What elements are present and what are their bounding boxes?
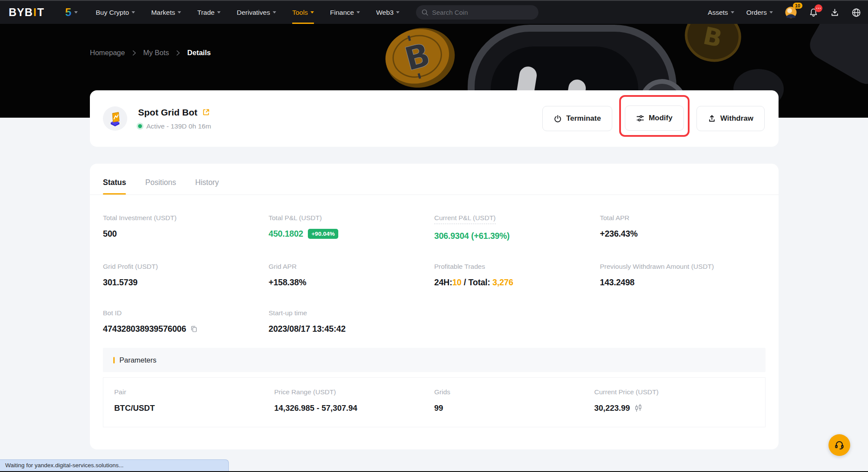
stat-value: 2023/08/17 13:45:42 <box>269 324 435 334</box>
breadcrumb-details: Details <box>187 49 211 57</box>
nav-item-label: Markets <box>151 9 175 17</box>
parameters-title: Parameters <box>119 356 156 364</box>
tab-status[interactable]: Status <box>103 178 126 195</box>
stat-startup-time: Start-up time 2023/08/17 13:45:42 <box>269 309 435 334</box>
stat-label: Grid Profit (USDT) <box>103 263 269 271</box>
bot-runtime-status: Active - 139D 0h 16m <box>146 122 211 130</box>
param-value: 99 <box>434 403 594 413</box>
stat-label: Previously Withdrawn Amount (USDT) <box>600 263 766 271</box>
external-link-icon[interactable] <box>202 108 210 116</box>
chevron-down-icon <box>132 11 135 13</box>
main-menu: Buy Crypto Markets Trade Derivatives Too… <box>96 1 400 24</box>
notifications-button[interactable] <box>809 8 818 17</box>
stat-total-investment: Total Investment (USDT) 500 <box>103 214 269 241</box>
nav-item-label: Finance <box>330 9 354 17</box>
orange-accent-bar <box>113 357 115 363</box>
stat-current-pnl: Current P&L (USDT) 306.9304 (+61.39%) <box>434 214 600 241</box>
param-price-range: Price Range (USDT) 14,326.985 - 57,307.9… <box>274 388 435 413</box>
headset-icon <box>834 439 845 451</box>
stat-total-apr: Total APR +236.43% <box>600 214 766 241</box>
anniversary-5-icon: 5 <box>65 6 71 19</box>
nav-item-web3[interactable]: Web3 <box>376 1 399 24</box>
param-value: 14,326.985 - 57,307.94 <box>274 403 435 413</box>
modify-button[interactable]: Modify <box>625 106 684 131</box>
stat-value: 474328038939576006 <box>103 324 269 334</box>
terminate-button[interactable]: Terminate <box>542 106 612 131</box>
nav-item-finance[interactable]: Finance <box>330 1 360 24</box>
nav-item-markets[interactable]: Markets <box>151 1 181 24</box>
stat-profitable-trades: Profitable Trades 24H: 10 / Total: 3,276 <box>434 263 600 287</box>
pnl-percent-badge: +90.04% <box>308 229 338 239</box>
active-status-dot <box>138 124 142 128</box>
param-label: Pair <box>114 388 274 396</box>
stat-grid-profit: Grid Profit (USDT) 301.5739 <box>103 263 269 287</box>
browser-status-bubble: Waiting for yandex.digital-services.solu… <box>0 459 229 471</box>
tab-history[interactable]: History <box>195 178 219 195</box>
nav-item-derivatives[interactable]: Derivatives <box>237 1 276 24</box>
chevron-down-icon <box>217 11 221 13</box>
coin-search[interactable] <box>416 5 538 20</box>
nav-item-orders[interactable]: Orders <box>746 1 773 24</box>
download-icon <box>830 8 839 17</box>
stat-label: Profitable Trades <box>434 263 600 271</box>
navbar-right: Assets Orders 10 <box>708 1 861 24</box>
stat-previously-withdrawn: Previously Withdrawn Amount (USDT) 143.2… <box>600 263 766 287</box>
copy-bot-id-button[interactable] <box>190 325 198 333</box>
tab-positions[interactable]: Positions <box>145 178 176 195</box>
top-navbar: BYBIT 5 Buy Crypto Markets Trade Derivat… <box>0 1 868 24</box>
stat-grid-apr: Grid APR +158.38% <box>269 263 435 287</box>
chevron-down-icon <box>396 11 399 13</box>
anniversary-5-menu[interactable]: 5 <box>65 6 77 19</box>
chevron-down-icon <box>310 11 314 13</box>
stat-value: 143.2498 <box>600 277 766 287</box>
nav-item-buy-crypto[interactable]: Buy Crypto <box>96 1 135 24</box>
search-input[interactable] <box>432 9 533 16</box>
nav-item-label: Derivatives <box>237 9 270 17</box>
nav-item-assets[interactable]: Assets <box>708 1 734 24</box>
param-label: Current Price (USDT) <box>594 388 755 396</box>
power-icon <box>554 115 562 123</box>
terminate-label: Terminate <box>566 114 601 123</box>
param-grids: Grids 99 <box>434 388 594 413</box>
nav-item-label: Trade <box>197 9 215 17</box>
param-label: Price Range (USDT) <box>274 388 435 396</box>
stat-value: +236.43% <box>600 229 766 239</box>
language-button[interactable] <box>851 8 861 17</box>
avatar-notification-badge: 10 <box>793 3 802 9</box>
param-current-price: Current Price (USDT) 30,223.99 <box>594 388 755 413</box>
logo-text-end: T <box>37 6 44 19</box>
stat-value: 306.9304 (+61.39%) <box>434 231 600 241</box>
nav-item-tools[interactable]: Tools <box>292 1 314 24</box>
candlestick-icon <box>634 403 643 413</box>
stat-label: Grid APR <box>269 263 435 271</box>
chevron-down-icon <box>178 11 181 13</box>
param-label: Grids <box>434 388 594 396</box>
withdraw-button[interactable]: Withdraw <box>696 106 765 131</box>
download-app-button[interactable] <box>830 8 839 17</box>
open-chart-button[interactable] <box>634 403 643 413</box>
breadcrumb-homepage[interactable]: Homepage <box>90 49 125 57</box>
parameters-header: Parameters <box>103 348 766 372</box>
withdraw-label: Withdraw <box>720 114 753 123</box>
bot-id-value: 474328038939576006 <box>103 324 186 334</box>
bybit-logo[interactable]: BYBIT <box>9 6 44 19</box>
customer-support-button[interactable] <box>828 434 850 456</box>
trades-separator: / Total: <box>462 277 492 287</box>
stats-grid: Total Investment (USDT) 500 Total P&L (U… <box>90 195 779 334</box>
stat-label: Bot ID <box>103 309 269 317</box>
breadcrumb-my-bots[interactable]: My Bots <box>143 49 169 57</box>
trades-24h-prefix: 24H: <box>434 277 452 287</box>
nav-item-trade[interactable]: Trade <box>197 1 221 24</box>
logo-accent-letter: I <box>33 6 37 19</box>
bot-title-block: Spot Grid Bot Active - 139D 0h 16m <box>138 107 211 130</box>
account-avatar[interactable]: 10 <box>785 7 797 18</box>
parameters-section: Parameters Pair BTC/USDT Price Range (US… <box>103 348 766 427</box>
chevron-down-icon <box>356 11 360 13</box>
stat-label-with-tooltip: Current P&L (USDT) <box>434 214 496 224</box>
grid-bot-icon <box>107 111 123 126</box>
trades-total-value: 3,276 <box>492 277 513 287</box>
stat-label: Total APR <box>600 214 766 222</box>
globe-icon <box>851 8 861 17</box>
chevron-right-icon <box>132 50 137 56</box>
stat-value: +158.38% <box>269 277 435 287</box>
